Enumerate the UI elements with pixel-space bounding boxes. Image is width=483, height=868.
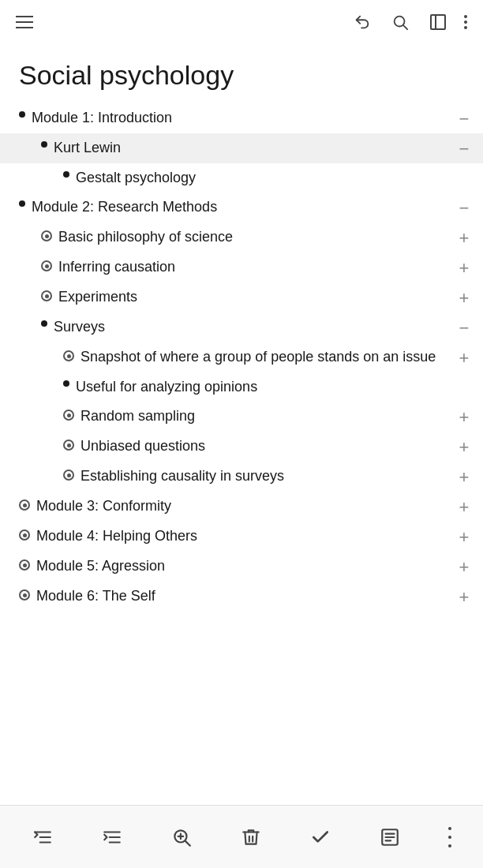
expand-button[interactable]: + [451, 466, 477, 488]
item-bullet [19, 499, 30, 511]
search-button[interactable] [388, 10, 412, 34]
page-title: Social psychology [0, 44, 483, 103]
item-text: Unbiased questions [80, 436, 451, 457]
bottom-toolbar [0, 805, 483, 868]
back-button[interactable] [350, 10, 374, 34]
item-text: Random sampling [80, 406, 451, 427]
zoom-button[interactable] [164, 820, 199, 855]
item-text: Module 5: Agression [36, 556, 451, 577]
expand-button[interactable]: + [451, 496, 477, 518]
menu-icon[interactable] [16, 16, 33, 28]
item-text: Gestalt psychology [76, 167, 451, 189]
expand-button[interactable]: + [451, 346, 477, 369]
list-item[interactable]: Random sampling+ [0, 402, 483, 432]
list-item[interactable]: Module 1: Introduction− [0, 103, 483, 133]
item-bullet [63, 440, 74, 451]
list-item[interactable]: Establishing causality in surveys+ [0, 462, 483, 492]
item-bullet [63, 470, 74, 481]
collapse-button[interactable]: − [451, 137, 477, 159]
list-item[interactable]: Snapshot of where a group of people stan… [0, 342, 483, 372]
expand-button[interactable]: + [451, 526, 477, 548]
item-bullet [41, 141, 47, 148]
list-item[interactable]: Module 6: The Self+ [0, 582, 483, 612]
list-item[interactable]: Module 3: Conformity+ [0, 492, 483, 522]
svg-line-1 [403, 25, 407, 29]
item-bullet [63, 171, 69, 178]
item-text: Module 4: Helping Others [36, 526, 451, 547]
expand-button[interactable]: + [451, 286, 477, 309]
list-item[interactable]: Module 2: Research Methods− [0, 193, 483, 223]
svg-rect-2 [431, 15, 445, 29]
collapse-button[interactable]: − [451, 107, 477, 129]
expand-button[interactable]: + [451, 406, 477, 428]
top-toolbar [0, 0, 483, 44]
item-bullet [41, 260, 52, 271]
indent-button[interactable] [95, 820, 129, 855]
note-button[interactable] [373, 820, 407, 855]
item-bullet [19, 111, 25, 118]
list-item[interactable]: Module 4: Helping Others+ [0, 522, 483, 552]
item-bullet [19, 200, 25, 207]
list-item[interactable]: Surveys− [0, 312, 483, 342]
list-item[interactable]: Basic philosophy of science+ [0, 223, 483, 253]
item-text: Establishing causality in surveys [80, 466, 451, 487]
item-bullet [41, 290, 52, 301]
book-button[interactable] [426, 10, 450, 34]
list-item[interactable]: Gestalt psychology [0, 163, 483, 193]
item-text: Module 2: Research Methods [32, 196, 451, 218]
list-item[interactable]: Module 5: Agression+ [0, 552, 483, 582]
expand-button[interactable]: + [451, 226, 477, 249]
bottom-more-button[interactable] [442, 819, 458, 855]
item-text: Kurt Lewin [54, 137, 451, 159]
item-bullet [19, 589, 30, 600]
item-bullet [63, 350, 74, 361]
item-text: Snapshot of where a group of people stan… [80, 346, 451, 368]
item-text: Basic philosophy of science [58, 226, 451, 248]
item-bullet [41, 230, 52, 241]
collapse-button[interactable]: − [451, 196, 477, 219]
list-item[interactable]: Useful for analyzing opinions [0, 372, 483, 402]
item-text: Module 1: Introduction [32, 107, 451, 129]
item-bullet [63, 410, 74, 421]
item-text: Module 3: Conformity [36, 496, 451, 517]
item-bullet [63, 380, 69, 387]
item-text: Useful for analyzing opinions [76, 376, 451, 398]
list-item[interactable]: Inferring causation+ [0, 253, 483, 282]
outline-content: Module 1: Introduction−Kurt Lewin−Gestal… [0, 103, 483, 864]
item-text: Module 6: The Self [36, 586, 451, 607]
list-item[interactable]: Kurt Lewin− [0, 133, 483, 163]
delete-button[interactable] [234, 820, 268, 855]
svg-line-11 [185, 840, 190, 845]
check-button[interactable] [303, 820, 338, 855]
more-button[interactable] [464, 15, 467, 29]
item-bullet [19, 529, 30, 541]
item-text: Inferring causation [58, 256, 451, 278]
collapse-button[interactable]: − [451, 316, 477, 339]
item-bullet [41, 320, 47, 327]
expand-button[interactable]: + [451, 436, 477, 458]
item-text: Surveys [54, 316, 451, 338]
outdent-button[interactable] [25, 820, 60, 855]
expand-button[interactable]: + [451, 256, 477, 279]
list-item[interactable]: Unbiased questions+ [0, 432, 483, 462]
expand-button[interactable]: + [451, 586, 477, 608]
list-item[interactable]: Experiments+ [0, 282, 483, 312]
item-text: Experiments [58, 286, 451, 308]
expand-button[interactable]: + [451, 556, 477, 578]
item-bullet [19, 559, 30, 571]
